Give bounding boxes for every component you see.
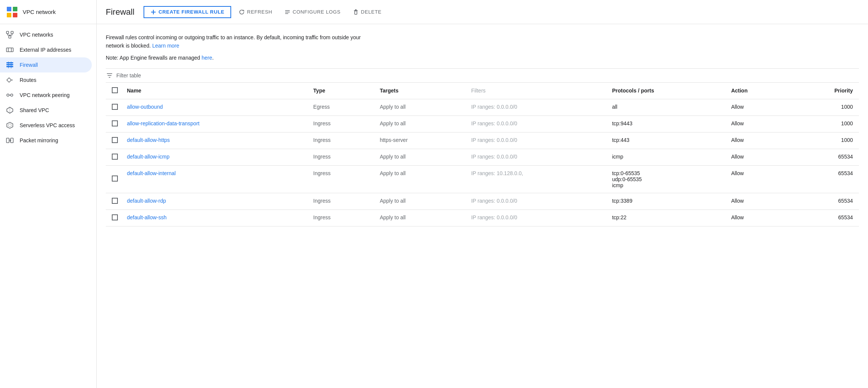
row-type: Ingress xyxy=(307,209,374,226)
row-name[interactable]: allow-replication-data-transport xyxy=(121,115,307,132)
table-row: default-allow-internalIngressApply to al… xyxy=(106,165,859,193)
row-name[interactable]: default-allow-rdp xyxy=(121,193,307,209)
sidebar-item-vpc-networks[interactable]: VPC networks xyxy=(0,27,92,42)
row-checkbox-cell[interactable] xyxy=(106,193,121,209)
filter-bar: Filter table xyxy=(106,68,859,83)
configure-logs-button[interactable]: CONFIGURE LOGS xyxy=(280,7,345,17)
row-checkbox[interactable] xyxy=(112,214,118,220)
row-priority: 65534 xyxy=(792,209,859,226)
col-header-action: Action xyxy=(725,83,792,99)
row-checkbox[interactable] xyxy=(112,176,118,182)
row-checkbox-cell[interactable] xyxy=(106,99,121,115)
sidebar-item-packet-mirroring[interactable]: Packet mirroring xyxy=(0,133,92,148)
svg-rect-15 xyxy=(6,64,13,65)
row-checkbox-cell[interactable] xyxy=(106,115,121,132)
col-header-targets: Targets xyxy=(374,83,465,99)
svg-rect-2 xyxy=(7,13,11,17)
row-priority: 1000 xyxy=(792,132,859,149)
row-checkbox-cell[interactable] xyxy=(106,165,121,193)
create-firewall-rule-button[interactable]: CREATE FIREWALL RULE xyxy=(144,6,231,18)
sidebar-item-serverless-vpc[interactable]: Serverless VPC access xyxy=(0,118,92,133)
select-all-header[interactable] xyxy=(106,83,121,99)
row-name[interactable]: default-allow-https xyxy=(121,132,307,149)
row-targets: Apply to all xyxy=(374,115,465,132)
sidebar-item-shared-vpc[interactable]: Shared VPC xyxy=(0,103,92,118)
row-checkbox[interactable] xyxy=(112,120,118,126)
row-targets: Apply to all xyxy=(374,165,465,193)
row-action: Allow xyxy=(725,209,792,226)
row-protocols: tcp:443 xyxy=(606,132,725,149)
row-checkbox-cell[interactable] xyxy=(106,209,121,226)
content-area: Firewall rules control incoming or outgo… xyxy=(97,24,868,388)
refresh-button[interactable]: REFRESH xyxy=(234,7,277,17)
row-type: Ingress xyxy=(307,149,374,165)
row-checkbox-cell[interactable] xyxy=(106,132,121,149)
row-action: Allow xyxy=(725,193,792,209)
topbar: Firewall CREATE FIREWALL RULE REFRESH xyxy=(97,0,868,24)
svg-rect-30 xyxy=(151,12,156,12)
col-header-protocols: Protocols / ports xyxy=(606,83,725,99)
row-type: Ingress xyxy=(307,165,374,193)
sidebar: VPC network VPC networks xyxy=(0,0,97,388)
note-text: Note: App Engine firewalls are managed h… xyxy=(106,55,859,61)
svg-marker-24 xyxy=(7,122,13,128)
row-checkbox[interactable] xyxy=(112,154,118,160)
col-header-type: Type xyxy=(307,83,374,99)
row-protocols: tcp:22 xyxy=(606,209,725,226)
sidebar-title: VPC network xyxy=(23,8,56,16)
sidebar-item-vpc-peering[interactable]: VPC network peering xyxy=(0,88,92,103)
firewall-icon xyxy=(6,61,14,69)
row-protocols: tcp:0-65535 udp:0-65535 icmp xyxy=(606,165,725,193)
row-checkbox[interactable] xyxy=(112,198,118,204)
row-name[interactable]: default-allow-internal xyxy=(121,165,307,193)
row-filters: IP ranges: 0.0.0.0/0 xyxy=(465,115,606,132)
sidebar-item-routes[interactable]: Routes xyxy=(0,72,92,88)
svg-rect-4 xyxy=(6,31,9,34)
row-filters: IP ranges: 0.0.0.0/0 xyxy=(465,193,606,209)
row-targets: Apply to all xyxy=(374,209,465,226)
row-filters: IP ranges: 0.0.0.0/0 xyxy=(465,99,606,115)
learn-more-link[interactable]: Learn more xyxy=(152,43,179,49)
row-protocols: icmp xyxy=(606,149,725,165)
sidebar-item-firewall[interactable]: Firewall xyxy=(0,57,92,72)
filter-placeholder[interactable]: Filter table xyxy=(116,72,141,79)
col-header-filters: Filters xyxy=(465,83,606,99)
row-protocols: all xyxy=(606,99,725,115)
row-checkbox-cell[interactable] xyxy=(106,149,121,165)
row-filters: IP ranges: 0.0.0.0/0 xyxy=(465,209,606,226)
logs-icon xyxy=(284,9,290,15)
sidebar-item-shared-vpc-label: Shared VPC xyxy=(20,107,49,113)
svg-rect-17 xyxy=(8,62,9,68)
svg-rect-5 xyxy=(11,31,13,34)
row-action: Allow xyxy=(725,165,792,193)
table-row: allow-outboundEgressApply to allIP range… xyxy=(106,99,859,115)
svg-rect-1 xyxy=(13,7,17,11)
row-filters: IP ranges: 0.0.0.0/0 xyxy=(465,149,606,165)
delete-button[interactable]: DELETE xyxy=(348,7,386,17)
select-all-checkbox[interactable] xyxy=(112,87,118,93)
here-link[interactable]: here xyxy=(202,55,212,61)
sidebar-item-external-ip[interactable]: External IP addresses xyxy=(0,42,92,57)
row-targets: Apply to all xyxy=(374,99,465,115)
table-row: default-allow-rdpIngressApply to allIP r… xyxy=(106,193,859,209)
refresh-icon xyxy=(239,9,245,15)
svg-rect-6 xyxy=(9,36,11,38)
row-name[interactable]: default-allow-ssh xyxy=(121,209,307,226)
vpc-logo xyxy=(6,6,18,18)
svg-rect-16 xyxy=(6,66,13,67)
row-checkbox[interactable] xyxy=(112,104,118,110)
sidebar-item-serverless-vpc-label: Serverless VPC access xyxy=(20,122,75,128)
row-name[interactable]: allow-outbound xyxy=(121,99,307,115)
col-header-name: Name xyxy=(121,83,307,99)
sidebar-header: VPC network xyxy=(0,0,96,24)
row-action: Allow xyxy=(725,149,792,165)
svg-rect-34 xyxy=(355,11,357,14)
col-header-priority: Priority xyxy=(792,83,859,99)
peering-icon xyxy=(6,91,14,99)
plus-icon xyxy=(150,9,156,15)
row-name[interactable]: default-allow-icmp xyxy=(121,149,307,165)
row-checkbox[interactable] xyxy=(112,137,118,143)
row-type: Egress xyxy=(307,99,374,115)
row-targets: https-server xyxy=(374,132,465,149)
routes-icon xyxy=(6,76,14,84)
